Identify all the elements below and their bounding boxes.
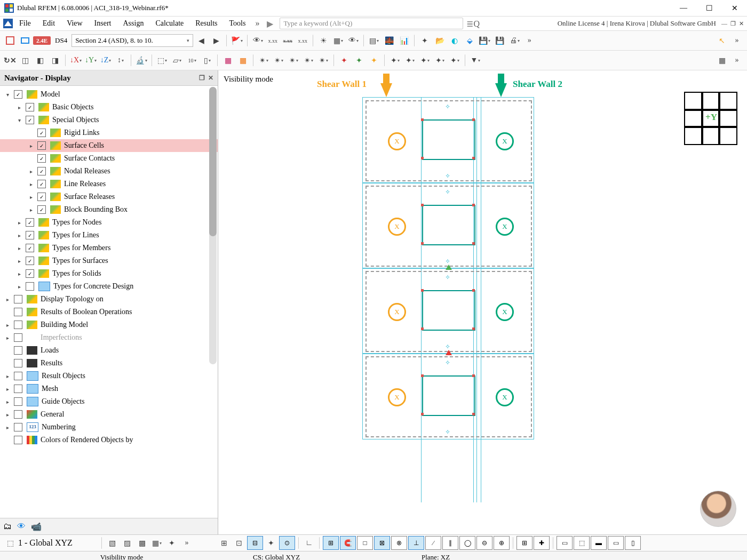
checkbox[interactable] [37, 129, 46, 137]
spark1-icon[interactable]: ✴ [257, 53, 271, 67]
tree-row-2[interactable]: ▾Special Objects [0, 114, 218, 126]
minimize-button[interactable]: ― [676, 4, 692, 13]
expand-icon[interactable]: ▸ [3, 335, 12, 341]
tree-row-16[interactable]: ▸Display Topology on [0, 293, 218, 306]
orientation-cube[interactable]: +Y [684, 92, 737, 145]
nav-prev-icon[interactable]: ◀ [194, 34, 208, 47]
checkbox[interactable] [37, 154, 46, 163]
tab-data-icon[interactable]: 🗂 [3, 522, 12, 531]
snap5-icon[interactable]: ⊙ [279, 536, 295, 550]
folder-icon[interactable]: 📂 [433, 34, 447, 47]
tree-row-4[interactable]: ▸Surface Cells [0, 139, 218, 152]
tree-row-1[interactable]: ▸Basic Objects [0, 101, 218, 114]
checkbox[interactable] [26, 244, 34, 252]
checkbox[interactable] [14, 333, 22, 342]
bt-3-icon[interactable]: ▩ [135, 536, 149, 550]
bt-4-icon[interactable]: ▦ [150, 536, 164, 550]
checkbox[interactable] [14, 295, 22, 303]
checkbox[interactable] [37, 141, 46, 150]
nav-next-icon[interactable]: ▶ [209, 34, 223, 47]
menu-tools[interactable]: Tools [224, 18, 251, 29]
checkbox[interactable] [14, 321, 22, 329]
osnap-par-icon[interactable]: ∥ [442, 536, 458, 550]
snap3-icon[interactable]: ⊟ [247, 536, 263, 550]
expand-icon[interactable]: ▸ [3, 425, 12, 430]
mesh2-icon[interactable]: ▦ [236, 53, 250, 67]
tree-row-19[interactable]: ▸Imperfections [0, 331, 218, 344]
tree-row-5[interactable]: Surface Contacts [0, 152, 218, 165]
tree-row-21[interactable]: Results [0, 357, 218, 370]
tree-row-12[interactable]: ▸Types for Members [0, 242, 218, 254]
tree-row-24[interactable]: ▸Guide Objects [0, 395, 218, 408]
tree-row-15[interactable]: ▸Types for Concrete Design [0, 280, 218, 293]
axis-y-icon[interactable]: ↓Y [84, 53, 98, 67]
menu-insert[interactable]: Insert [89, 18, 117, 29]
sel1-icon[interactable]: ✦ [388, 53, 402, 67]
print-icon[interactable]: 🖨 [507, 34, 521, 47]
osnap-grid-icon[interactable]: ⊞ [323, 536, 339, 550]
spark2-icon[interactable]: ✴ [272, 53, 285, 67]
expand-icon[interactable]: ▸ [3, 373, 12, 379]
overflow-2-icon[interactable]: » [730, 53, 744, 67]
expand-icon[interactable]: ▸ [15, 258, 23, 264]
checkbox[interactable] [37, 193, 46, 201]
snap4-icon[interactable]: ✦ [264, 536, 278, 550]
tree-row-20[interactable]: Loads [0, 344, 218, 357]
sel5-icon[interactable]: ✦ [448, 53, 462, 67]
dim-strike-icon[interactable]: x.xx [281, 34, 295, 47]
iso2-icon[interactable]: ◧ [33, 53, 47, 67]
expand-icon[interactable]: ▸ [27, 143, 35, 149]
cube-view-icon[interactable]: ▦ [331, 34, 345, 47]
microscope-icon[interactable]: 🔬 [134, 53, 148, 67]
iso1-icon[interactable]: ◫ [18, 53, 32, 67]
sel3-icon[interactable]: ✦ [418, 53, 432, 67]
checkbox[interactable] [37, 167, 46, 175]
menu-overflow-icon[interactable]: » [252, 19, 263, 28]
osnap-cen-icon[interactable]: ⊕ [494, 536, 510, 550]
axis-z-icon[interactable]: ↓Z [99, 53, 113, 67]
eye-2-icon[interactable]: 👁 [346, 34, 360, 47]
dim-xx-icon[interactable]: x.xx [266, 34, 280, 47]
checkbox[interactable] [14, 359, 22, 367]
plane-icon[interactable]: ▱ [170, 53, 184, 67]
navigator-tree[interactable]: ▾Model▸Basic Objects▾Special ObjectsRigi… [0, 86, 218, 518]
checkbox[interactable] [14, 308, 22, 316]
expand-icon[interactable]: ▸ [27, 194, 35, 200]
spark4-icon[interactable]: ✴ [301, 53, 315, 67]
osnap-line-icon[interactable]: ⁄ [425, 536, 441, 550]
bt-2-icon[interactable]: ▨ [120, 536, 134, 550]
g2-icon[interactable]: ⬚ [574, 536, 590, 550]
expand-icon[interactable]: ▸ [15, 284, 23, 290]
expand-icon[interactable]: ▾ [3, 92, 12, 98]
osnap-magnet-icon[interactable]: 🧲 [340, 536, 356, 550]
osnap-int-icon[interactable]: ⊗ [391, 536, 407, 550]
g4-icon[interactable]: ▭ [608, 536, 624, 550]
cloud-icon[interactable]: ◐ [448, 34, 462, 47]
checkbox[interactable] [26, 231, 34, 239]
bt-overflow-icon[interactable]: » [180, 536, 194, 550]
checkbox[interactable] [14, 436, 22, 444]
tree-row-11[interactable]: ▸Types for Lines [0, 229, 218, 242]
axis-x-icon[interactable]: ↓X [69, 53, 83, 67]
overflow-1b-icon[interactable]: » [730, 34, 744, 47]
maximize-button[interactable]: ☐ [701, 4, 717, 13]
g5-icon[interactable]: ▯ [625, 536, 641, 550]
tree-scrollbar-thumb[interactable] [209, 87, 217, 236]
saveall-icon[interactable]: 💾 [492, 34, 506, 47]
persp-icon[interactable]: ⬚ [155, 53, 169, 67]
expand-icon[interactable]: ▸ [27, 181, 35, 187]
expand-icon[interactable]: ▸ [15, 245, 23, 251]
g1-icon[interactable]: ▭ [557, 536, 573, 550]
tb-new-icon[interactable] [3, 34, 17, 47]
menu-assign[interactable]: Assign [118, 18, 149, 29]
tree-row-0[interactable]: ▾Model [0, 88, 218, 101]
guide2-icon[interactable]: ✚ [534, 536, 550, 550]
tree-row-14[interactable]: ▸Types for Solids [0, 267, 218, 280]
overflow-1-icon[interactable]: » [522, 34, 536, 47]
view-eye-icon[interactable]: 👁 [251, 34, 265, 47]
sel4-icon[interactable]: ✦ [433, 53, 447, 67]
checkbox[interactable] [14, 423, 22, 431]
star-b-icon[interactable]: ✦ [367, 53, 381, 67]
badge-2-4e[interactable]: 2.4E [33, 36, 51, 45]
snap1-icon[interactable]: ⊞ [217, 536, 231, 550]
